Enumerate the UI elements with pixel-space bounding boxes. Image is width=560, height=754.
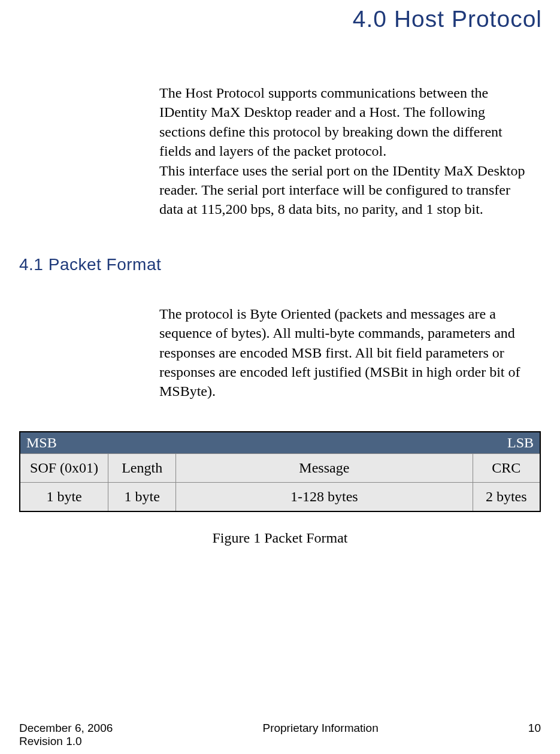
footer-revision: Revision 1.0 <box>19 735 113 748</box>
cell-sof-size: 1 byte <box>20 482 108 511</box>
cell-sof: SOF (0x01) <box>20 453 108 482</box>
main-heading: 4.0 Host Protocol <box>12 0 548 32</box>
intro-paragraph: The Host Protocol supports communication… <box>159 83 530 219</box>
table-header-msb: MSB <box>20 432 176 454</box>
cell-length: Length <box>108 453 176 482</box>
packet-format-table: MSB LSB SOF (0x01) Length Message CRC 1 … <box>19 431 541 512</box>
table-row-sizes: 1 byte 1 byte 1-128 bytes 2 bytes <box>20 482 540 511</box>
figure-caption: Figure 1 Packet Format <box>12 530 548 546</box>
footer-left: December 6, 2006 Revision 1.0 <box>19 722 113 748</box>
footer-page-number: 10 <box>528 722 541 735</box>
cell-crc-size: 2 bytes <box>473 482 540 511</box>
packet-format-paragraph: The protocol is Byte Oriented (packets a… <box>159 304 530 401</box>
cell-message-size: 1-128 bytes <box>176 482 473 511</box>
footer-center: Proprietary Information <box>113 722 528 735</box>
page-footer: December 6, 2006 Revision 1.0 Proprietar… <box>19 722 541 748</box>
cell-crc: CRC <box>473 453 540 482</box>
table-header-row: MSB LSB <box>20 432 540 454</box>
cell-length-size: 1 byte <box>108 482 176 511</box>
footer-date: December 6, 2006 <box>19 722 113 735</box>
cell-message: Message <box>176 453 473 482</box>
table-header-lsb: LSB <box>176 432 540 454</box>
sub-heading: 4.1 Packet Format <box>19 255 548 274</box>
table-row-fields: SOF (0x01) Length Message CRC <box>20 453 540 482</box>
